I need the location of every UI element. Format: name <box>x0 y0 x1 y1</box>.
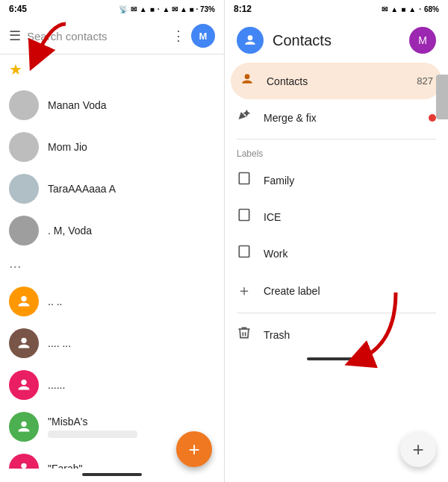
contacts-app-icon <box>237 27 264 54</box>
contact-name: TaraAAAaaa A <box>48 183 116 195</box>
sidebar-edge <box>436 75 448 119</box>
svg-point-2 <box>21 338 26 343</box>
contact-name: Mom Jio <box>48 141 87 153</box>
more-indicator: ··· <box>0 251 224 281</box>
menu-item-contacts[interactable]: Contacts 827 <box>231 63 442 99</box>
svg-rect-12 <box>239 173 249 184</box>
create-label-text: Create label <box>264 285 436 297</box>
menu-item-create-label[interactable]: ＋ Create label <box>225 272 448 310</box>
svg-point-5 <box>21 463 26 469</box>
svg-point-10 <box>248 35 253 40</box>
menu-item-trash[interactable]: Trash <box>225 316 448 353</box>
status-icons-left: 📡✉▲■· ▲ ✉ ▲ ■ · 73% <box>119 5 215 13</box>
svg-rect-14 <box>239 246 249 257</box>
merge-label: Merge & fix <box>264 112 417 124</box>
list-item[interactable]: Manan Voda <box>0 84 224 126</box>
bookmark-icon-family <box>237 171 252 190</box>
merge-notification-dot <box>429 114 436 122</box>
user-avatar-right[interactable]: M <box>409 27 436 54</box>
add-fab-right[interactable]: + <box>400 431 436 467</box>
right-panel: 8:12 ✉▲■▲· 68% Contacts M Contacts 827 M… <box>224 0 448 482</box>
app-title: Contacts <box>273 32 332 49</box>
avatar <box>9 90 39 120</box>
svg-point-4 <box>21 422 26 427</box>
search-actions: ⋮ M <box>172 24 215 48</box>
svg-rect-13 <box>239 210 249 221</box>
contact-name: . M, Voda <box>48 225 92 237</box>
contacts-header: Contacts M <box>225 18 448 63</box>
svg-point-3 <box>21 380 26 385</box>
contact-name: .... ... <box>48 337 71 349</box>
time-right: 8:12 <box>234 4 252 14</box>
bottom-nav-bar-left <box>82 473 142 476</box>
bottom-nav-bar-right <box>307 357 367 360</box>
trash-label: Trash <box>264 329 436 341</box>
contact-name: "Farah" <box>48 463 83 469</box>
work-label: Work <box>264 248 436 260</box>
labels-section-header: Labels <box>225 143 448 162</box>
divider-2 <box>237 313 436 313</box>
status-bar-right: 8:12 ✉▲■▲· 68% <box>225 0 448 18</box>
avatar <box>9 328 39 358</box>
bookmark-icon-work <box>237 244 252 263</box>
menu-item-ice[interactable]: ICE <box>225 198 448 235</box>
favorites-row: ★ <box>0 54 224 84</box>
avatar <box>9 287 39 316</box>
time-left: 6:45 <box>9 4 27 14</box>
trash-icon <box>237 325 252 344</box>
status-bar-left: 6:45 📡✉▲■· ▲ ✉ ▲ ■ · 73% <box>0 0 224 18</box>
user-avatar-left[interactable]: M <box>191 24 215 48</box>
battery-right: 68% <box>424 5 439 13</box>
contact-name: .. .. <box>48 295 62 307</box>
avatar <box>9 412 39 442</box>
avatar <box>9 370 39 400</box>
contact-list: Manan Voda Mom Jio TaraAAAaaa A . M, Vod… <box>0 84 224 469</box>
avatar <box>9 454 39 469</box>
contact-name: "MisbA's <box>48 416 137 428</box>
list-item[interactable]: . M, Voda <box>0 210 224 251</box>
divider-1 <box>237 139 436 140</box>
contact-name: Manan Voda <box>48 99 107 111</box>
contact-name: ...... <box>48 379 65 391</box>
list-item[interactable]: Mom Jio <box>0 126 224 168</box>
wand-icon <box>237 108 252 127</box>
battery-left: ▲ ✉ ▲ ■ · 73% <box>162 5 215 13</box>
person-icon <box>240 72 255 90</box>
family-label: Family <box>264 175 436 187</box>
add-contact-fab[interactable]: + <box>176 431 212 467</box>
blurred-info <box>48 431 137 438</box>
more-options-icon[interactable]: ⋮ <box>172 28 185 44</box>
search-text: Search contacts <box>27 30 166 43</box>
plus-icon-create: ＋ <box>237 281 252 301</box>
svg-point-1 <box>21 296 26 301</box>
search-bar[interactable]: ☰ Search contacts ⋮ M <box>0 18 224 54</box>
svg-point-11 <box>245 74 250 79</box>
avatar <box>9 132 39 162</box>
left-panel: 6:45 📡✉▲■· ▲ ✉ ▲ ■ · 73% ☰ Search contac… <box>0 0 224 482</box>
star-icon: ★ <box>9 60 22 78</box>
menu-item-work[interactable]: Work <box>225 235 448 272</box>
menu-item-merge[interactable]: Merge & fix <box>225 99 448 136</box>
avatar <box>9 216 39 245</box>
list-item[interactable]: .... ... <box>0 322 224 364</box>
list-item[interactable]: TaraAAAaaa A <box>0 168 224 210</box>
status-icons-right: ✉▲■▲· 68% <box>382 5 439 13</box>
ice-label: ICE <box>264 211 436 223</box>
contacts-label: Contacts <box>267 75 405 87</box>
avatar <box>9 174 39 204</box>
list-item[interactable]: ...... <box>0 364 224 406</box>
menu-item-family[interactable]: Family <box>225 162 448 198</box>
contacts-count: 827 <box>417 75 433 87</box>
list-item[interactable]: .. .. <box>0 281 224 322</box>
hamburger-icon[interactable]: ☰ <box>9 28 21 44</box>
bookmark-icon-ice <box>237 207 252 226</box>
